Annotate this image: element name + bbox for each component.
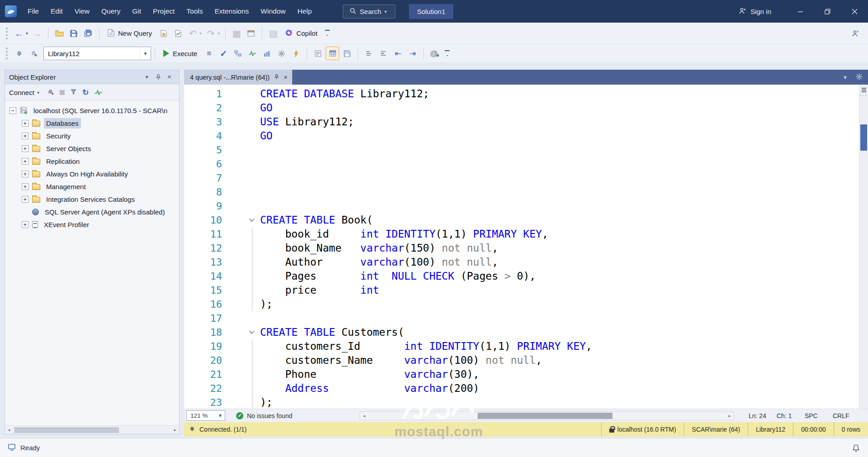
tree-item-label[interactable]: Always On High Availability	[44, 169, 130, 179]
open-file-icon[interactable]	[52, 27, 66, 40]
close-panel-icon[interactable]: ✕	[164, 74, 175, 80]
collapse-icon[interactable]: −	[9, 107, 16, 114]
results-to-grid-icon[interactable]	[326, 47, 339, 60]
expand-icon[interactable]: +	[22, 183, 28, 190]
window-position-icon[interactable]: ▾	[141, 74, 152, 80]
code-line[interactable]: 1CREATE DATABASE Library112;	[184, 87, 859, 101]
decrease-indent-icon[interactable]: ⇤	[391, 47, 405, 60]
results-to-text-icon[interactable]	[311, 47, 325, 60]
results-to-file-icon[interactable]	[340, 47, 354, 60]
tree-item-always-on-high-availability[interactable]: +Always On High Availability	[5, 167, 179, 180]
editor-hscrollbar[interactable]: ◂ ▸	[360, 411, 734, 420]
expand-icon[interactable]: +	[22, 120, 28, 127]
save-icon[interactable]	[67, 27, 81, 40]
tree-item-localhost[interactable]: − localhost (SQL Server 16.0.1170.5 - SC…	[5, 104, 179, 117]
menu-window[interactable]: Window	[255, 0, 291, 23]
menu-help[interactable]: Help	[291, 0, 318, 23]
registered-servers-icon[interactable]: ▤	[266, 27, 280, 40]
code-editor[interactable]: 1CREATE DATABASE Library112;2GO3USE Libr…	[184, 85, 868, 409]
tree-item-label[interactable]: Management	[44, 181, 88, 192]
zoom-combobox[interactable]: 121 % ▼	[186, 410, 225, 421]
zoom-dropdown-icon[interactable]: ▼	[216, 413, 225, 418]
code-line[interactable]: 21 Phone varchar(30),	[184, 367, 859, 381]
undo-icon[interactable]: ↶	[186, 27, 199, 40]
code-line[interactable]: 6	[184, 157, 859, 171]
table-icon[interactable]: ▦	[230, 27, 243, 40]
code-line[interactable]: 20 customers_Name varchar(100) not null,	[184, 353, 859, 367]
connect-button[interactable]: Connect ▾	[9, 89, 41, 96]
scroll-right-icon[interactable]: ▸	[171, 426, 179, 434]
tab-close-icon[interactable]: ×	[284, 74, 287, 81]
query-document-tab[interactable]: 4 query.sql -...R\marie (64)) ×	[184, 70, 292, 85]
toolbar-grip[interactable]	[6, 48, 8, 59]
object-explorer-hscrollbar[interactable]: ◂ ▸	[5, 425, 179, 434]
execute-button[interactable]: Execute	[159, 47, 202, 60]
new-query-button[interactable]: New Query	[103, 27, 157, 40]
scroll-thumb[interactable]	[478, 413, 612, 419]
tree-item-management[interactable]: +Management	[5, 180, 179, 193]
navigate-forward-icon[interactable]: →	[30, 27, 44, 40]
minimize-button[interactable]	[787, 0, 814, 23]
fold-collapse-icon[interactable]	[228, 325, 260, 339]
copilot-button[interactable]: Copilot	[280, 27, 322, 40]
refresh-icon[interactable]: ↻	[82, 88, 89, 97]
available-databases-combobox[interactable]: Library112 ▼	[43, 47, 151, 60]
code-line[interactable]: 19 customers_Id int IDENTITY(1,1) PRIMAR…	[184, 339, 859, 353]
cancel-query-icon[interactable]: ■	[202, 47, 216, 60]
feedback-icon[interactable]	[848, 27, 862, 40]
object-explorer-header[interactable]: Object Explorer ▾ ✕	[5, 70, 179, 84]
tab-list-icon[interactable]: ▼	[843, 75, 848, 80]
redo-icon[interactable]: ↷	[204, 27, 218, 40]
scroll-left-icon[interactable]: ◂	[5, 426, 13, 434]
editor-vscrollbar[interactable]	[859, 85, 868, 409]
scroll-left-icon[interactable]: ◂	[360, 412, 368, 420]
tree-item-replication[interactable]: +Replication	[5, 155, 179, 167]
tree-item-label[interactable]: SQL Server Agent (Agent XPs disabled)	[43, 207, 167, 217]
uncomment-selection-icon[interactable]	[377, 47, 390, 60]
toolbar-overflow-icon[interactable]: ⌄	[445, 50, 450, 57]
increase-indent-icon[interactable]: ⇥	[406, 47, 419, 60]
sign-in-button[interactable]: Sign in	[739, 7, 771, 16]
pin-icon[interactable]	[152, 74, 164, 80]
code-line[interactable]: 13 Author varchar(100) not null,	[184, 255, 859, 269]
combo-dropdown-icon[interactable]: ▼	[140, 47, 151, 60]
menu-project[interactable]: Project	[147, 0, 180, 23]
activity-monitor-icon[interactable]	[95, 89, 102, 96]
parse-icon[interactable]: ✓	[217, 47, 230, 60]
client-statistics-icon[interactable]	[260, 47, 274, 60]
code-line[interactable]: 9	[184, 199, 859, 213]
code-line[interactable]: 17	[184, 311, 859, 325]
menu-edit[interactable]: Edit	[45, 0, 69, 23]
expand-icon[interactable]: +	[22, 196, 28, 203]
editor-settings-icon[interactable]	[856, 73, 863, 81]
code-line[interactable]: 16);	[184, 297, 859, 311]
live-query-statistics-icon[interactable]	[246, 47, 259, 60]
tree-item-server-objects[interactable]: +Server Objects	[5, 142, 179, 155]
scroll-right-icon[interactable]: ▸	[726, 412, 734, 420]
menu-view[interactable]: View	[69, 0, 95, 23]
tree-item-label[interactable]: Server Objects	[44, 143, 93, 154]
menu-git[interactable]: Git	[126, 0, 147, 23]
toolbar-overflow-icon[interactable]: ⌄	[325, 30, 330, 37]
tree-item-integration-services-catalogs[interactable]: +Integration Services Catalogs	[5, 193, 179, 205]
properties-window-icon[interactable]	[244, 27, 258, 40]
close-button[interactable]	[841, 0, 868, 23]
database-engine-query-icon[interactable]	[157, 27, 171, 40]
tree-item-label[interactable]: Replication	[44, 156, 82, 167]
tab-pin-icon[interactable]	[274, 74, 279, 81]
notifications-bell-icon[interactable]	[852, 444, 860, 452]
filter-icon[interactable]	[71, 89, 76, 96]
code-line[interactable]: 5	[184, 143, 859, 157]
expand-icon[interactable]: +	[22, 171, 28, 177]
tree-item-label[interactable]: Integration Services Catalogs	[44, 194, 137, 205]
tree-item-label[interactable]: Security	[44, 131, 73, 141]
code-line[interactable]: 12 book_Name varchar(150) not null,	[184, 241, 859, 255]
code-line[interactable]: 11 book_id int IDENTITY(1,1) PRIMARY KEY…	[184, 227, 859, 241]
tree-item-label[interactable]: Databases	[44, 118, 81, 129]
scroll-thumb[interactable]	[860, 124, 867, 151]
menu-tools[interactable]: Tools	[180, 0, 209, 23]
tree-item-xevent-profiler[interactable]: +XEvent Profiler	[5, 218, 179, 231]
code-line[interactable]: 3USE Library112;	[184, 115, 859, 129]
specify-template-values-icon[interactable]: @	[428, 47, 441, 60]
navigate-backward-icon[interactable]: ←	[12, 27, 26, 40]
